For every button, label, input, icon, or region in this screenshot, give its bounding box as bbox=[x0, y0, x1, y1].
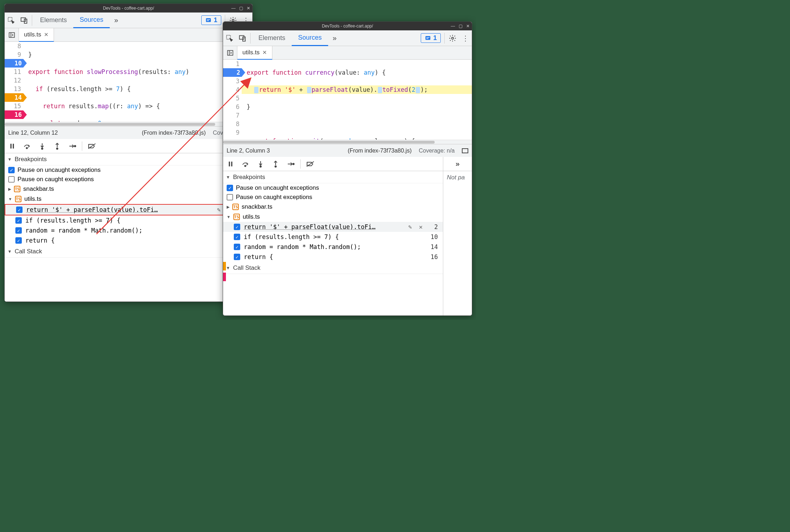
tab-elements[interactable]: Elements bbox=[252, 30, 292, 46]
breakpoint-entry[interactable]: ✓ return { 16 bbox=[5, 235, 252, 245]
minimize-icon[interactable]: — bbox=[451, 24, 455, 29]
code-content[interactable]: export function currency(value: any) { r… bbox=[242, 60, 472, 140]
breakpoints-section[interactable]: ▼Breakpoints bbox=[223, 171, 443, 183]
inspect-icon[interactable] bbox=[223, 32, 236, 45]
sourcemap-link[interactable]: index-73f73a80.js bbox=[159, 130, 204, 136]
checkbox-icon[interactable] bbox=[8, 176, 15, 183]
callstack-section[interactable]: ▼Call Stack bbox=[223, 262, 443, 274]
checkbox-icon[interactable] bbox=[227, 194, 233, 200]
line-number[interactable]: 3 bbox=[236, 78, 240, 85]
line-number[interactable]: 5 bbox=[236, 95, 240, 102]
line-number[interactable]: 9 bbox=[18, 51, 21, 58]
file-tab-utils[interactable]: utils.ts ✕ bbox=[237, 46, 272, 60]
coverage-toggle-icon[interactable] bbox=[462, 148, 468, 153]
edit-icon[interactable]: ✎ bbox=[406, 223, 414, 230]
checkbox-icon[interactable]: ✓ bbox=[234, 224, 240, 230]
code-editor[interactable]: 1 2 3 4 5 6 7 8 9 export function curren… bbox=[223, 60, 472, 140]
step-into-icon[interactable] bbox=[253, 157, 268, 171]
tab-sources[interactable]: Sources bbox=[73, 13, 110, 28]
pause-icon[interactable] bbox=[5, 139, 20, 153]
file-tab-close-icon[interactable]: ✕ bbox=[262, 49, 267, 56]
checkbox-icon[interactable]: ✓ bbox=[234, 244, 240, 250]
breakpoint-entry[interactable]: ✓ return '$' + parseFloat(value).toFi… ✎… bbox=[223, 222, 443, 232]
breakpoint-entry[interactable]: ✓ random = random * Math.random(); 14 bbox=[223, 242, 443, 252]
settings-icon[interactable] bbox=[446, 32, 459, 45]
checkbox-icon[interactable]: ✓ bbox=[8, 167, 15, 173]
step-out-icon[interactable] bbox=[268, 157, 283, 171]
deactivate-breakpoints-icon[interactable] bbox=[303, 157, 318, 171]
navigator-toggle-icon[interactable] bbox=[223, 46, 237, 60]
pause-uncaught-row[interactable]: ✓ Pause on uncaught exceptions bbox=[5, 165, 252, 175]
device-toggle-icon[interactable] bbox=[18, 14, 30, 27]
file-tab-close-icon[interactable]: ✕ bbox=[44, 31, 49, 38]
breakpoint-marker[interactable]: 10 bbox=[5, 59, 23, 68]
line-number[interactable]: 11 bbox=[14, 68, 21, 75]
checkbox-icon[interactable]: ✓ bbox=[234, 254, 240, 260]
file-group-snackbar[interactable]: ▶ TS snackbar.ts bbox=[5, 184, 252, 194]
breakpoint-marker[interactable]: 2 bbox=[223, 68, 242, 77]
close-icon[interactable]: ✕ bbox=[466, 24, 470, 29]
horizontal-scrollbar[interactable] bbox=[5, 122, 252, 126]
step-over-icon[interactable] bbox=[238, 157, 253, 171]
gutter[interactable]: 1 2 3 4 5 6 7 8 9 bbox=[223, 60, 242, 140]
conditional-breakpoint-marker[interactable]: ?14 bbox=[5, 93, 23, 102]
more-tabs-icon[interactable]: » bbox=[328, 32, 341, 45]
line-number[interactable]: 8 bbox=[18, 43, 21, 50]
more-tabs-icon[interactable]: » bbox=[110, 14, 123, 27]
step-out-icon[interactable] bbox=[50, 139, 65, 153]
code-editor[interactable]: 8 9 10 11 12 13 ?14 15 ‥16 } export func… bbox=[5, 42, 252, 122]
navigator-toggle-icon[interactable] bbox=[5, 28, 19, 42]
breakpoint-entry[interactable]: ✓ return '$' + parseFloat(value).toFi… ✎… bbox=[5, 204, 252, 215]
sourcemap-link[interactable]: index-73f73a80.js bbox=[365, 148, 410, 154]
pause-icon[interactable] bbox=[223, 157, 238, 171]
checkbox-icon[interactable]: ✓ bbox=[234, 234, 240, 240]
kebab-icon[interactable]: ⋮ bbox=[459, 32, 472, 45]
horizontal-scrollbar[interactable] bbox=[223, 140, 472, 144]
line-number[interactable]: 6 bbox=[236, 103, 240, 110]
file-tab-utils[interactable]: utils.ts ✕ bbox=[19, 28, 54, 42]
minimize-icon[interactable]: — bbox=[231, 6, 236, 11]
line-number[interactable]: 9 bbox=[236, 129, 240, 136]
line-number[interactable]: 8 bbox=[236, 120, 240, 128]
line-number[interactable]: 15 bbox=[14, 103, 21, 110]
logpoint-marker[interactable]: ‥16 bbox=[5, 110, 23, 119]
tab-sources[interactable]: Sources bbox=[292, 30, 328, 46]
step-icon[interactable] bbox=[283, 157, 298, 171]
inspect-icon[interactable] bbox=[5, 14, 18, 27]
titlebar[interactable]: DevTools - coffee-cart.app/ — ▢ ✕ bbox=[5, 4, 252, 13]
deactivate-breakpoints-icon[interactable] bbox=[84, 139, 99, 153]
checkbox-icon[interactable]: ✓ bbox=[227, 185, 233, 191]
breakpoint-entry[interactable]: ✓ random = random * Math.random(); 14 bbox=[5, 225, 252, 235]
pause-uncaught-row[interactable]: ✓ Pause on uncaught exceptions bbox=[223, 183, 443, 193]
line-number[interactable]: 7 bbox=[236, 112, 240, 119]
maximize-icon[interactable]: ▢ bbox=[239, 6, 243, 11]
file-group-utils[interactable]: ▼ TS utils.ts bbox=[5, 194, 252, 204]
edit-icon[interactable]: ✎ bbox=[215, 206, 222, 213]
step-over-icon[interactable] bbox=[20, 139, 35, 153]
file-group-utils[interactable]: ▼ TS utils.ts bbox=[223, 212, 443, 222]
pause-caught-row[interactable]: Pause on caught exceptions bbox=[223, 193, 443, 202]
line-number[interactable]: 4 bbox=[236, 86, 240, 93]
titlebar[interactable]: DevTools - coffee-cart.app/ — ▢ ✕ bbox=[223, 22, 472, 30]
file-group-snackbar[interactable]: ▶ TS snackbar.ts bbox=[223, 202, 443, 212]
checkbox-icon[interactable]: ✓ bbox=[15, 227, 22, 234]
gutter[interactable]: 8 9 10 11 12 13 ?14 15 ‥16 bbox=[5, 42, 23, 122]
callstack-section[interactable]: ▼Call Stack bbox=[5, 245, 252, 258]
step-icon[interactable] bbox=[65, 139, 80, 153]
code-content[interactable]: } export function slowProcessing(results… bbox=[23, 42, 252, 122]
tab-elements[interactable]: Elements bbox=[34, 13, 73, 28]
checkbox-icon[interactable]: ✓ bbox=[16, 207, 23, 213]
checkbox-icon[interactable]: ✓ bbox=[15, 237, 22, 244]
breakpoint-entry[interactable]: ✓ if (results.length >= 7) { 10 bbox=[5, 215, 252, 225]
maximize-icon[interactable]: ▢ bbox=[459, 24, 463, 29]
remove-icon[interactable]: ✕ bbox=[417, 223, 424, 230]
line-number[interactable]: 12 bbox=[14, 77, 21, 84]
breakpoint-entry[interactable]: ✓ if (results.length >= 7) { 10 bbox=[223, 232, 443, 242]
close-icon[interactable]: ✕ bbox=[247, 6, 250, 11]
breakpoint-entry[interactable]: ✓ return { 16 bbox=[223, 252, 443, 262]
checkbox-icon[interactable]: ✓ bbox=[15, 217, 22, 224]
line-number[interactable]: 1 bbox=[236, 60, 240, 68]
issues-button[interactable]: 1 bbox=[421, 33, 441, 43]
line-number[interactable]: 13 bbox=[14, 85, 21, 93]
step-into-icon[interactable] bbox=[35, 139, 50, 153]
